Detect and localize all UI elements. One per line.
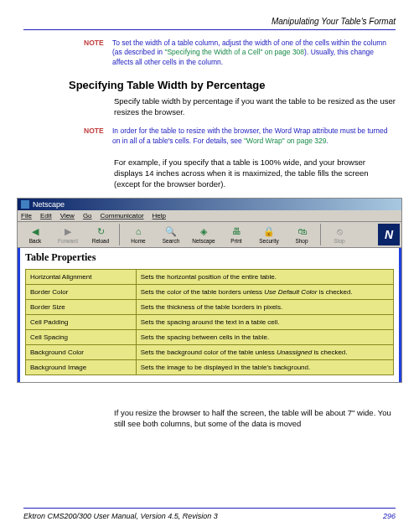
- paragraph-3: If you resize the browser to half the sc…: [114, 408, 396, 430]
- search-button[interactable]: 🔍Search: [155, 225, 187, 245]
- toolbar-label: Forward: [58, 238, 78, 244]
- property-desc: Sets the spacing around the text in a ta…: [136, 315, 393, 330]
- menu-item[interactable]: View: [60, 212, 75, 220]
- property-name: Cell Spacing: [26, 330, 137, 345]
- window-titlebar: Netscape: [18, 199, 401, 210]
- page-footer: Ektron CMS200/300 User Manual, Version 4…: [23, 508, 396, 520]
- menu-item[interactable]: Go: [83, 212, 92, 220]
- netscape-button[interactable]: ◈Netscape: [188, 225, 220, 245]
- properties-table: Horizontal AlignmentSets the horizontal …: [25, 269, 394, 375]
- browser-content: Table Properties Horizontal AlignmentSet…: [18, 248, 401, 382]
- table-row: Background ColorSets the background colo…: [26, 345, 394, 360]
- table-row: Horizontal AlignmentSets the horizontal …: [26, 270, 394, 285]
- toolbar-separator: [320, 224, 321, 245]
- toolbar-label: Search: [163, 238, 180, 244]
- note-link[interactable]: "Word Wrap" on page 329: [244, 137, 326, 145]
- toolbar-label: Shop: [295, 238, 308, 244]
- netscape-icon: ◈: [197, 225, 210, 237]
- chapter-title: Manipulating Your Table's Format: [23, 17, 396, 26]
- browser-screenshot: Netscape FileEditViewGoCommunicatorHelp …: [17, 198, 402, 383]
- paragraph-1: Specify table width by percentage if you…: [114, 96, 396, 118]
- home-icon: ⌂: [132, 225, 145, 237]
- toolbar-label: Back: [29, 238, 41, 244]
- reload-icon: ↻: [94, 225, 107, 237]
- toolbar-label: Home: [131, 238, 145, 244]
- note-text: To set the width of a table column, adju…: [112, 39, 396, 67]
- stop-button: ⦸Stop: [323, 225, 355, 245]
- property-name: Cell Padding: [26, 315, 137, 330]
- home-button[interactable]: ⌂Home: [122, 225, 154, 245]
- back-icon: ◀: [28, 225, 42, 237]
- search-icon: 🔍: [164, 225, 178, 237]
- table-row: Border ColorSets the color of the table …: [26, 285, 394, 300]
- property-name: Border Color: [26, 285, 137, 300]
- table-row: Cell SpacingSets the spacing between cel…: [26, 330, 394, 345]
- forward-icon: ▶: [61, 225, 75, 237]
- back-button[interactable]: ◀Back: [19, 225, 51, 245]
- footer-rule: [23, 508, 396, 509]
- netscape-logo-icon: N: [378, 224, 400, 245]
- menu-item[interactable]: File: [21, 212, 32, 220]
- menu-item[interactable]: Edit: [40, 212, 52, 220]
- print-button[interactable]: 🖶Print: [220, 225, 252, 245]
- section-heading: Specifying Table Width by Percentage: [69, 79, 396, 91]
- note-link[interactable]: "Specifying the Width of a Cell" on page…: [164, 48, 304, 56]
- shop-icon: 🛍: [295, 225, 308, 237]
- table-row: Background ImageSets the image to be dis…: [26, 360, 394, 375]
- property-desc: Sets the horizontal position of the enti…: [136, 270, 393, 285]
- paragraph-2: For example, if you specify that a table…: [114, 158, 396, 189]
- forward-button: ▶Forward: [52, 225, 84, 245]
- content-heading: Table Properties: [25, 251, 394, 264]
- property-name: Background Image: [26, 360, 137, 375]
- page-number: 296: [383, 512, 396, 520]
- table-row: Border SizeSets the thickness of the tab…: [26, 300, 394, 315]
- property-desc: Sets the background color of the table u…: [136, 345, 393, 360]
- toolbar-label: Reload: [92, 238, 110, 244]
- property-desc: Sets the thickness of the table borders …: [136, 300, 393, 315]
- toolbar-label: Netscape: [192, 238, 215, 244]
- property-desc: Sets the color of the table borders unle…: [136, 285, 393, 300]
- note-text: In order for the table to resize with th…: [112, 127, 396, 146]
- note-label: NOTE: [84, 39, 112, 67]
- menu-item[interactable]: Communicator: [101, 212, 144, 220]
- table-row: Cell PaddingSets the spacing around the …: [26, 315, 394, 330]
- header-rule: [23, 29, 396, 30]
- footer-text: Ektron CMS200/300 User Manual, Version 4…: [23, 512, 218, 520]
- app-icon: [21, 200, 29, 209]
- window-title: Netscape: [33, 200, 65, 209]
- toolbar-label: Print: [230, 238, 241, 244]
- toolbar-separator: [119, 224, 120, 245]
- security-icon: 🔒: [262, 225, 276, 237]
- reload-button[interactable]: ↻Reload: [85, 225, 116, 245]
- security-button[interactable]: 🔒Security: [253, 225, 285, 245]
- toolbar-label: Stop: [334, 238, 344, 244]
- note-block-2: NOTE In order for the table to resize wi…: [84, 127, 396, 146]
- note-label: NOTE: [84, 127, 112, 146]
- note-block-1: NOTE To set the width of a table column,…: [84, 39, 396, 67]
- stop-icon: ⦸: [333, 225, 346, 237]
- print-icon: 🖶: [230, 225, 243, 237]
- shop-button[interactable]: 🛍Shop: [286, 225, 318, 245]
- property-name: Background Color: [26, 345, 137, 360]
- property-desc: Sets the spacing between cells in the ta…: [136, 330, 393, 345]
- property-name: Horizontal Alignment: [26, 270, 137, 285]
- toolbar: ◀Back▶Forward↻Reload⌂Home🔍Search◈Netscap…: [18, 222, 401, 248]
- menubar: FileEditViewGoCommunicatorHelp: [18, 210, 401, 222]
- toolbar-label: Security: [259, 238, 278, 244]
- property-desc: Sets the image to be displayed in the ta…: [136, 360, 393, 375]
- menu-item[interactable]: Help: [153, 212, 166, 220]
- property-name: Border Size: [26, 300, 137, 315]
